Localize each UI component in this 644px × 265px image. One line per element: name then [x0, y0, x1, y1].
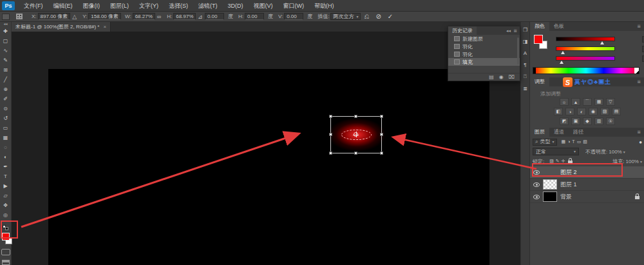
- history-state[interactable]: 新建图层: [448, 35, 520, 43]
- menu-item[interactable]: 文件(F): [19, 0, 48, 12]
- new-document-from-state-icon[interactable]: ▤: [489, 74, 494, 80]
- history-scrollbar[interactable]: [517, 37, 519, 64]
- color-spectrum-ramp[interactable]: [533, 67, 639, 74]
- filter-shape-layers-icon[interactable]: ▭: [577, 139, 582, 144]
- slider-handle[interactable]: [561, 51, 565, 54]
- tool-button[interactable]: ✒: [0, 162, 12, 172]
- tool-button[interactable]: ▭: [0, 123, 12, 133]
- relative-position-icon[interactable]: △: [72, 14, 77, 20]
- tool-button[interactable]: ◌: [0, 142, 12, 152]
- tool-button[interactable]: ✎: [0, 55, 12, 65]
- adjustment-lookup-icon[interactable]: ▤: [612, 108, 621, 115]
- adjustment-color-balance-icon[interactable]: ◑: [565, 108, 574, 115]
- lock-position-icon[interactable]: ✛: [562, 159, 565, 164]
- more-tools-icon[interactable]: ⋯: [3, 220, 8, 224]
- transform-handle-e[interactable]: [380, 133, 383, 136]
- slider-handle[interactable]: [560, 61, 564, 64]
- adjustment-curves-icon[interactable]: ⌒: [583, 98, 592, 106]
- adjustment-vibrance-icon[interactable]: ▽: [606, 98, 615, 106]
- menu-item[interactable]: 窗口(W): [278, 0, 310, 12]
- tool-button[interactable]: ⊞: [0, 65, 12, 75]
- tool-button[interactable]: ✐: [0, 94, 12, 104]
- layer-filter-toggle-icon[interactable]: ●: [639, 139, 642, 145]
- layer-thumbnail[interactable]: [543, 191, 557, 202]
- adjustment-posterize-icon[interactable]: ▣: [571, 117, 580, 125]
- adjustment-photo-filter-icon[interactable]: ◉: [589, 108, 598, 115]
- adjustment-invert-icon[interactable]: ◩: [560, 117, 569, 125]
- panel-menu-icon[interactable]: ≣: [637, 24, 644, 29]
- lock-transparent-icon[interactable]: ▨: [549, 159, 554, 164]
- transform-reference-point[interactable]: [354, 132, 358, 137]
- fill-control[interactable]: 填充: 100% ▾: [612, 158, 642, 165]
- document-canvas[interactable]: [48, 69, 489, 265]
- opacity-control[interactable]: 不透明度: 100% ▾: [585, 148, 625, 155]
- y-value-field[interactable]: 158.00 像素: [88, 13, 121, 20]
- tool-button[interactable]: ╱: [0, 75, 12, 84]
- x-value-field[interactable]: 897.00 像素: [38, 13, 71, 20]
- document-tab[interactable]: 未标题-1 @ 100%(图层 2, RGB/8#) * ×: [12, 22, 111, 32]
- transform-handle-nw[interactable]: [329, 115, 332, 118]
- menu-item[interactable]: 图像(I): [78, 0, 106, 12]
- tab-layers[interactable]: 图层: [530, 128, 549, 137]
- filter-adjustment-layers-icon[interactable]: ◑: [567, 139, 570, 144]
- adjustment-selective-color-icon[interactable]: ①: [606, 117, 615, 125]
- history-state-selected[interactable]: 填充: [448, 58, 520, 66]
- transform-handle-se[interactable]: [380, 152, 383, 155]
- default-colors-icon[interactable]: [3, 225, 8, 230]
- slider-track[interactable]: [556, 37, 615, 41]
- adjustment-threshold-icon[interactable]: ◆: [583, 117, 592, 125]
- width-value-field[interactable]: 68.27%: [133, 13, 155, 20]
- menu-item[interactable]: 滤镜(T): [193, 0, 223, 12]
- panel-paragraph-icon[interactable]: ¶: [521, 62, 530, 68]
- transform-handle-w[interactable]: [329, 133, 332, 136]
- menu-item[interactable]: 视图(V): [249, 0, 278, 12]
- interpolation-select[interactable]: 两次立方 ▾: [330, 13, 361, 20]
- tool-button[interactable]: ✥: [0, 201, 12, 210]
- layer-visibility-eye-icon[interactable]: [533, 182, 540, 187]
- transform-handle-s[interactable]: [354, 152, 357, 155]
- tab-channels[interactable]: 通道: [549, 128, 569, 137]
- tool-button[interactable]: ▱: [0, 191, 12, 201]
- adjustment-levels-icon[interactable]: ▲: [571, 98, 580, 106]
- delete-state-icon[interactable]: ⌧: [509, 74, 515, 80]
- transform-handle-sw[interactable]: [329, 152, 332, 155]
- commit-transform-button[interactable]: ✓: [388, 13, 393, 20]
- menu-item[interactable]: 3D(D): [223, 0, 249, 12]
- warp-mode-button[interactable]: ⎌: [364, 13, 369, 21]
- filter-type-layers-icon[interactable]: T: [572, 139, 574, 144]
- panel-menu-icon[interactable]: ≣: [637, 79, 644, 84]
- lock-all-icon[interactable]: [568, 161, 573, 164]
- transform-bounding-box[interactable]: [330, 116, 382, 153]
- tool-button[interactable]: ◎: [0, 210, 12, 220]
- adjustment-black-white-icon[interactable]: ◐: [577, 108, 586, 115]
- history-panel-title[interactable]: 历史记录: [448, 26, 477, 35]
- tool-button[interactable]: ▢: [0, 36, 12, 46]
- tool-button[interactable]: ▦: [0, 133, 12, 142]
- tab-adjustments[interactable]: 调整: [530, 77, 549, 86]
- history-state[interactable]: 羽化: [448, 50, 520, 58]
- link-dimensions-icon[interactable]: ∞: [157, 14, 161, 20]
- cancel-transform-button[interactable]: ⊘: [375, 13, 381, 20]
- tool-button[interactable]: ◐: [0, 152, 12, 162]
- adjustment-channel-mixer-icon[interactable]: ▨: [600, 108, 609, 115]
- history-state[interactable]: 羽化: [448, 43, 520, 50]
- tool-button[interactable]: ▶: [0, 181, 12, 191]
- blend-mode-select[interactable]: 正常 ▾: [533, 148, 579, 155]
- tool-button[interactable]: T: [0, 172, 12, 181]
- close-document-icon[interactable]: ×: [103, 22, 106, 32]
- filter-pixel-layers-icon[interactable]: ▦: [562, 139, 566, 144]
- quick-mask-button[interactable]: [1, 249, 10, 255]
- adjustment-gradient-map-icon[interactable]: ▥: [594, 117, 603, 125]
- lock-pixels-icon[interactable]: ✎: [556, 159, 560, 164]
- panel-paragraph-styles-icon[interactable]: ≣: [521, 86, 530, 92]
- layer-row-background[interactable]: 背景: [530, 191, 644, 203]
- transform-handle-ne[interactable]: [380, 115, 383, 118]
- slider-handle[interactable]: [600, 41, 604, 44]
- layer-visibility-eye-icon[interactable]: [533, 170, 540, 175]
- tool-button[interactable]: ⊙: [0, 104, 12, 113]
- panel-character-styles-icon[interactable]: ⍞: [521, 74, 530, 80]
- tool-button[interactable]: ↺: [0, 113, 12, 123]
- adjustment-exposure-icon[interactable]: ▦: [594, 98, 603, 106]
- layer-thumbnail[interactable]: [543, 179, 557, 190]
- tab-swatches[interactable]: 色板: [549, 22, 569, 31]
